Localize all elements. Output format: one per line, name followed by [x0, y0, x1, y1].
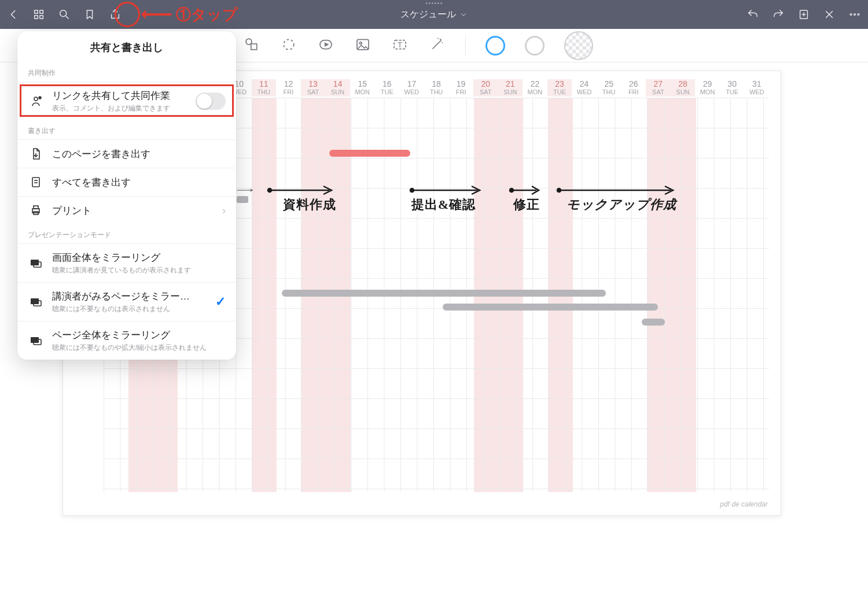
gantt-bar	[329, 150, 410, 157]
row-mirror-full[interactable]: 画面全体をミラーリング 聴衆に講演者が見ているものが表示されます	[17, 243, 236, 282]
hand-label: 提出&確認	[411, 196, 476, 213]
color-swatch-blue[interactable]	[486, 36, 505, 56]
svg-point-44	[510, 189, 513, 192]
section-label-export: 書き出す	[17, 120, 236, 139]
svg-point-20	[359, 42, 362, 44]
calendar-day-header: 19FRI	[448, 79, 473, 97]
row-share-link-subtitle: 表示、コメント、および編集できます	[52, 104, 187, 113]
row-export-all[interactable]: すべてを書き出す	[17, 168, 236, 196]
share-export-popover: 共有と書き出し 共同制作 リンクを共有して共同作業 表示、コメント、および編集で…	[17, 31, 236, 360]
top-navbar: スケジュール	[0, 0, 868, 29]
hand-label: モックアップ作成	[567, 196, 676, 213]
calendar-day-header: 25THU	[597, 79, 621, 97]
back-icon[interactable]	[7, 8, 20, 21]
chevron-down-icon	[459, 10, 468, 19]
svg-point-46	[557, 189, 561, 192]
calendar-day-header: 18THU	[424, 79, 449, 97]
section-label-collab: 共同制作	[17, 62, 236, 82]
footer-brand: pdf de calendar	[720, 500, 768, 508]
calendar-day-header: 28SUN	[671, 79, 696, 97]
svg-rect-31	[34, 206, 38, 209]
sticker-tool-icon[interactable]	[317, 36, 334, 56]
shapes-tool-icon[interactable]	[243, 36, 260, 56]
toolbar-divider	[465, 36, 466, 56]
calendar-day-header: 31WED	[744, 79, 769, 97]
svg-point-13	[858, 14, 859, 16]
chevron-right-icon: ›	[222, 205, 226, 217]
print-icon	[28, 204, 44, 217]
row-export-page[interactable]: このページを書き出す	[17, 139, 236, 168]
svg-rect-2	[35, 16, 38, 19]
calendar-day-header: 23TUE	[547, 79, 572, 97]
image-tool-icon[interactable]	[354, 36, 372, 56]
search-icon[interactable]	[58, 8, 71, 21]
calendar-day-header: 13SAT	[301, 79, 326, 97]
gantt-bar	[642, 319, 665, 326]
calendar-day-header: 27SAT	[646, 79, 671, 97]
hand-label: 資料作成	[283, 196, 336, 213]
mirror-page-icon	[28, 334, 44, 348]
undo-icon[interactable]	[746, 8, 759, 21]
row-share-link-title: リンクを共有して共同作業	[52, 89, 187, 102]
hand-arrow	[556, 184, 678, 197]
color-swatch-gray[interactable]	[525, 36, 545, 56]
row-share-link[interactable]: リンクを共有して共同作業 表示、コメント、および編集できます	[17, 82, 236, 120]
gantt-bar	[282, 290, 606, 297]
text-tool-icon[interactable]: T	[391, 36, 409, 56]
svg-rect-35	[31, 298, 39, 304]
calendar-day-header: 26FRI	[621, 79, 646, 97]
share-icon[interactable]	[109, 8, 122, 21]
more-icon[interactable]	[848, 8, 861, 21]
svg-point-11	[850, 14, 852, 16]
document-title-text: スケジュール	[400, 9, 456, 21]
close-icon[interactable]	[823, 8, 836, 21]
annotation-step1: ①タップ	[142, 5, 238, 24]
calendar-day-header: 15MON	[350, 79, 375, 97]
row-mirror-page[interactable]: ページ全体をミラーリング 聴衆には不要なものや拡大/縮小は表示されません	[17, 321, 236, 360]
row-print[interactable]: プリント ›	[17, 196, 236, 224]
calendar-day-header: 12FRI	[276, 79, 301, 97]
svg-point-40	[268, 189, 271, 192]
calendar-day-header: 22MON	[523, 79, 547, 97]
drag-handle-icon	[426, 2, 442, 4]
popover-title: 共有と書き出し	[17, 31, 236, 62]
gantt-bar	[443, 304, 658, 311]
export-page-icon	[28, 147, 44, 161]
svg-line-5	[66, 16, 69, 19]
calendar-day-header: 17WED	[399, 79, 424, 97]
calendar-day-header: 24WED	[572, 79, 597, 97]
document-title[interactable]: スケジュール	[400, 9, 468, 21]
bookmark-icon[interactable]	[83, 8, 96, 21]
lasso-tool-icon[interactable]	[280, 36, 297, 56]
svg-point-12	[854, 14, 856, 16]
checkmark-icon: ✓	[215, 294, 226, 309]
svg-marker-18	[325, 43, 328, 46]
svg-point-4	[60, 10, 67, 17]
add-page-icon[interactable]	[797, 8, 810, 21]
calendar-day-header: 21SUN	[498, 79, 523, 97]
svg-rect-0	[35, 10, 38, 14]
hand-arrow	[267, 184, 336, 197]
magic-tool-icon[interactable]	[428, 36, 446, 56]
person-add-icon	[28, 94, 44, 108]
svg-point-16	[284, 39, 294, 50]
share-link-toggle[interactable]	[196, 93, 226, 110]
calendar-day-header: 20SAT	[473, 79, 498, 97]
svg-rect-3	[40, 16, 43, 19]
color-swatch-transparent[interactable]	[564, 31, 593, 60]
hand-arrow	[237, 184, 254, 197]
row-mirror-presenter[interactable]: 講演者がみるページをミラー… 聴衆には不要なものは表示されません ✓	[17, 282, 236, 321]
redo-icon[interactable]	[772, 8, 785, 21]
calendar-day-header: 29MON	[695, 79, 720, 97]
svg-text:T: T	[398, 41, 402, 49]
hand-arrow	[509, 184, 543, 197]
calendar-day-header: 14SUN	[325, 79, 350, 97]
mirror-full-icon	[28, 256, 44, 270]
mirror-presenter-icon	[28, 295, 44, 309]
grid-view-icon[interactable]	[32, 8, 45, 21]
svg-rect-27	[32, 178, 39, 187]
export-all-icon	[28, 175, 44, 189]
svg-rect-33	[31, 260, 39, 265]
svg-point-42	[410, 189, 414, 192]
hand-arrow	[409, 184, 484, 197]
